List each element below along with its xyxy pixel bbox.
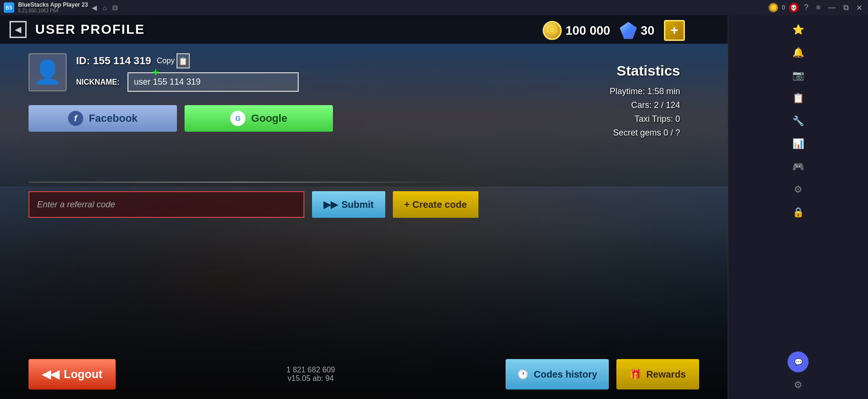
- sidebar-clipboard[interactable]: 📋: [788, 88, 809, 108]
- taxi-trips-stat: Taxi Trips: 0: [610, 114, 680, 124]
- submit-icon: ▶▶: [323, 199, 338, 210]
- ui-overlay: ◀ USER PROFILE 🪙 100 000 30 +: [0, 15, 728, 399]
- page-title: USER PROFILE: [35, 22, 145, 37]
- sidebar-lock[interactable]: 🔒: [788, 202, 809, 223]
- page-header: ◀ USER PROFILE 🪙 100 000 30 +: [0, 15, 728, 44]
- avatar-area: 👤 ID: 155 114 319 Copy 📋 NICKNAME:: [29, 53, 333, 92]
- right-sidebar: ⭐ 🔔 📷 📋 🔧 📊 🎮 ⚙ 🔒 💬 ⚙: [728, 15, 868, 399]
- logout-button[interactable]: ◀◀ Logout: [29, 359, 116, 389]
- sidebar-camera[interactable]: 📷: [788, 65, 809, 86]
- referral-area: ▶▶ Submit + Create code: [29, 191, 478, 218]
- titlebar-restore[interactable]: ⧉: [841, 3, 850, 12]
- codes-history-icon: 🕐: [517, 369, 529, 380]
- bottom-area: ◀◀ Logout 1 821 682 609 v15.05 ab: 94 🕐 …: [0, 359, 728, 389]
- separator: [29, 182, 457, 183]
- create-code-label: + Create code: [404, 199, 467, 210]
- nav-forward[interactable]: ⊟: [112, 4, 118, 11]
- titlebar-skull-icon: 💀: [789, 3, 799, 12]
- id-area: ID: 155 114 319 Copy 📋 NICKNAME:: [76, 53, 333, 92]
- sidebar-gear[interactable]: ⚙: [788, 374, 809, 395]
- submit-label: Submit: [341, 199, 374, 210]
- back-arrow-box: ◀: [10, 21, 27, 38]
- bluestacks-logo: BS: [4, 2, 14, 13]
- rewards-button[interactable]: 🎁 Rewards: [616, 359, 699, 389]
- nav-back[interactable]: ◀: [92, 4, 97, 11]
- codes-history-button[interactable]: 🕐 Codes history: [506, 359, 608, 389]
- avatar: 👤: [29, 53, 67, 91]
- sidebar-gamepad[interactable]: 🎮: [788, 156, 809, 177]
- titlebar-coin-icon: 🪙: [769, 3, 778, 12]
- profile-card: 👤 ID: 155 114 319 Copy 📋 NICKNAME:: [29, 53, 333, 132]
- coin-icon: 🪙: [543, 21, 562, 40]
- logout-label: Logout: [64, 368, 102, 381]
- diamond-value: 30: [641, 23, 654, 38]
- currency-area: 🪙 100 000 30 +: [543, 20, 685, 41]
- facebook-label: Facebook: [89, 112, 138, 125]
- create-code-button[interactable]: + Create code: [393, 191, 478, 218]
- bottom-right-buttons: 🕐 Codes history 🎁 Rewards: [506, 359, 699, 389]
- sidebar-notification[interactable]: 🔔: [788, 42, 809, 63]
- titlebar-menu[interactable]: ≡: [814, 3, 822, 12]
- titlebar-nav: ◀ ⌂ ⊟: [92, 4, 118, 11]
- logout-icon: ◀◀: [42, 368, 59, 381]
- user-id: ID: 155 114 319: [76, 55, 151, 67]
- sidebar-stats[interactable]: 📊: [788, 133, 809, 154]
- google-icon: G: [230, 111, 245, 126]
- sidebar-tools[interactable]: 🔧: [788, 110, 809, 131]
- app-name: BlueStacks App Player 23: [18, 1, 88, 8]
- rewards-label: Rewards: [646, 369, 686, 380]
- titlebar-minimize[interactable]: —: [826, 3, 838, 12]
- titlebar-close[interactable]: ✕: [854, 3, 864, 12]
- google-button[interactable]: G Google: [185, 105, 333, 132]
- statistics-title: Statistics: [610, 63, 680, 79]
- back-arrow-icon: ◀: [15, 24, 21, 35]
- referral-code-input[interactable]: [29, 191, 304, 218]
- main-content: ◀ USER PROFILE 🪙 100 000 30 +: [0, 15, 728, 399]
- green-plus-indicator: +: [152, 66, 159, 79]
- submit-button[interactable]: ▶▶ Submit: [312, 191, 385, 218]
- diamond-icon: [620, 22, 637, 39]
- avatar-figure: 👤: [33, 59, 62, 86]
- diamonds-display: 30: [620, 22, 654, 39]
- sidebar-discord[interactable]: 💬: [788, 351, 809, 372]
- titlebar: BS BlueStacks App Player 23 5.21.650.106…: [0, 0, 868, 15]
- facebook-button[interactable]: f Facebook: [29, 105, 177, 132]
- app-version: 5.21.650.1063 P64: [18, 8, 88, 14]
- nickname-label: NICKNAME:: [76, 78, 120, 87]
- nickname-row: NICKNAME:: [76, 72, 333, 92]
- version-line1: 1 821 682 609: [116, 366, 506, 374]
- back-button[interactable]: ◀ USER PROFILE: [10, 21, 145, 38]
- statistics-panel: Statistics Playtime: 1:58 min Cars: 2 / …: [610, 63, 680, 142]
- version-line2: v15.05 ab: 94: [116, 374, 506, 383]
- version-info: 1 821 682 609 v15.05 ab: 94: [116, 366, 506, 383]
- titlebar-help[interactable]: ?: [802, 3, 810, 12]
- add-currency-button[interactable]: +: [664, 20, 685, 41]
- nav-home[interactable]: ⌂: [103, 4, 107, 11]
- cars-stat: Cars: 2 / 124: [610, 100, 680, 110]
- rewards-icon: 🎁: [630, 369, 642, 380]
- coins-display: 🪙 100 000: [543, 21, 610, 40]
- titlebar-coin-count: 0: [782, 4, 785, 11]
- coin-value: 100 000: [566, 23, 610, 38]
- secret-gems-stat: Secret gems 0 / ?: [610, 128, 680, 138]
- copy-button[interactable]: Copy 📋: [157, 53, 190, 68]
- codes-history-label: Codes history: [534, 369, 597, 380]
- titlebar-right: 🪙 0 💀 ? ≡ — ⧉ ✕: [769, 3, 864, 12]
- sidebar-star[interactable]: ⭐: [788, 19, 809, 40]
- google-label: Google: [251, 112, 287, 125]
- sidebar-settings[interactable]: ⚙: [788, 179, 809, 200]
- social-buttons: f Facebook G Google +: [29, 105, 333, 132]
- user-id-row: ID: 155 114 319 Copy 📋: [76, 53, 333, 68]
- playtime-stat: Playtime: 1:58 min: [610, 87, 680, 97]
- copy-label: Copy: [157, 57, 175, 65]
- titlebar-info: BlueStacks App Player 23 5.21.650.1063 P…: [18, 1, 88, 14]
- copy-icon: 📋: [176, 53, 190, 68]
- facebook-icon: f: [68, 111, 83, 126]
